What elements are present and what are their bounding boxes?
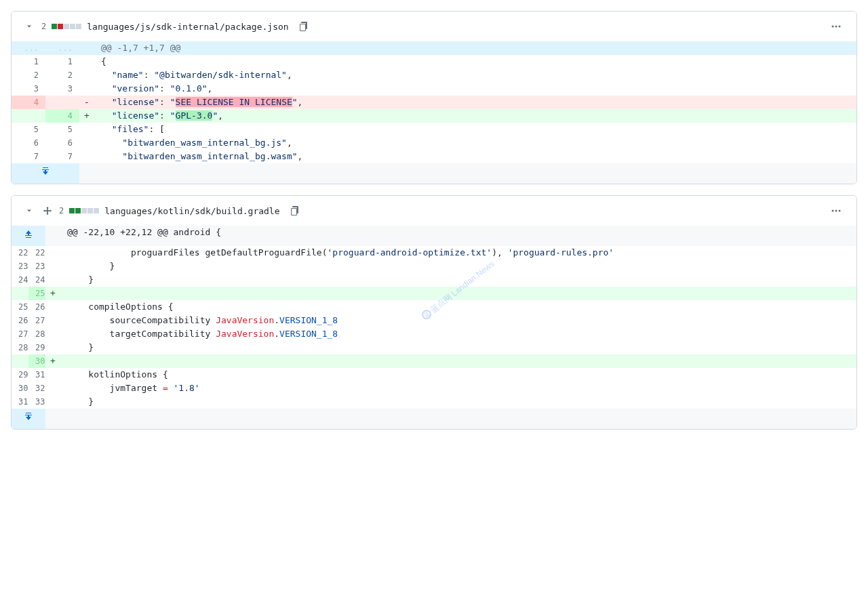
line-number-new[interactable]: 4 — [45, 109, 79, 123]
diff-marker — [79, 123, 94, 136]
expand-up-button[interactable] — [12, 226, 45, 246]
code-token: "0.1.0" — [170, 83, 208, 94]
line-number-new[interactable]: 22 — [28, 246, 45, 260]
code-token: sourceCompatibility — [67, 315, 216, 325]
diff-row-ctx: 2931 kotlinOptions { — [12, 368, 856, 382]
code-token: 'proguard-rules.pro' — [508, 247, 614, 258]
line-number-new[interactable]: 28 — [28, 327, 45, 341]
diff-table: ......@@ -1,7 +1,7 @@11{22 "name": "@bit… — [12, 41, 856, 184]
line-number-old[interactable]: 6 — [12, 136, 45, 150]
diffstat-block-add — [52, 24, 57, 29]
line-number-old[interactable]: 28 — [12, 341, 28, 354]
line-number-old[interactable]: 2 — [12, 68, 45, 82]
code-token: "files" — [112, 124, 149, 134]
diff-marker — [45, 382, 60, 395]
diffstat-block-add — [69, 208, 75, 213]
line-number-new[interactable]: 2 — [45, 68, 79, 82]
line-number-old[interactable]: 7 — [12, 150, 45, 163]
line-number-new[interactable] — [45, 96, 79, 109]
line-number-old[interactable]: 31 — [12, 395, 28, 409]
line-number-new[interactable]: 30 — [28, 354, 45, 368]
expand-down-icon — [12, 166, 79, 177]
copy-path-icon[interactable] — [294, 17, 313, 36]
diff-row-add: 30+ — [12, 354, 856, 368]
hunk-header: @@ -22,10 +22,12 @@ android { — [60, 226, 856, 246]
expand-up-row: @@ -22,10 +22,12 @@ android { — [12, 226, 856, 246]
line-number-new[interactable]: 3 — [45, 82, 79, 96]
line-number-old[interactable]: 22 — [12, 246, 28, 260]
code-content: } — [60, 341, 856, 354]
code-token: "bitwarden_wasm_internal_bg.js" — [122, 138, 287, 148]
diff-row-add: 4+ "license": "GPL-3.0", — [12, 109, 856, 123]
line-number-old[interactable]: 3 — [12, 82, 45, 96]
line-number-new[interactable]: 1 — [45, 55, 79, 68]
line-number-new[interactable]: 29 — [28, 341, 45, 354]
expand-down-button[interactable] — [12, 163, 79, 184]
line-number-old[interactable]: 30 — [12, 382, 28, 395]
line-number-new[interactable]: 23 — [28, 260, 45, 273]
diff-marker: - — [79, 96, 94, 109]
line-number-old[interactable] — [12, 109, 45, 123]
code-token: , — [287, 138, 292, 148]
line-number-new[interactable]: 31 — [28, 368, 45, 382]
line-number-old[interactable]: 23 — [12, 260, 28, 273]
code-token: "license" — [112, 110, 159, 121]
code-token: : — [144, 70, 155, 80]
diff-marker — [45, 368, 60, 382]
code-content — [60, 287, 856, 300]
code-token — [101, 83, 112, 94]
diff-marker — [45, 314, 60, 327]
diff-table: @@ -22,10 +22,12 @@ android {2222 progua… — [12, 226, 856, 429]
line-number-new[interactable]: 25 — [28, 287, 45, 300]
copy-path-icon[interactable] — [285, 201, 304, 220]
line-number-new[interactable]: 7 — [45, 150, 79, 163]
code-token: " — [170, 110, 176, 121]
line-number-new[interactable]: 32 — [28, 382, 45, 395]
line-number-old[interactable]: 26 — [12, 314, 28, 327]
code-content: jvmTarget = '1.8' — [60, 382, 856, 395]
line-number-old[interactable]: 1 — [12, 55, 45, 68]
line-number-new[interactable]: 24 — [28, 273, 45, 287]
line-number-new[interactable]: 26 — [28, 300, 45, 314]
diffstat-block-neu — [81, 208, 87, 213]
line-number-new[interactable]: 6 — [45, 136, 79, 150]
line-number-old[interactable] — [12, 354, 28, 368]
code-token: , — [287, 70, 292, 80]
file-menu-icon[interactable] — [827, 17, 846, 36]
diff-marker — [45, 246, 60, 260]
code-content: "files": [ — [94, 123, 856, 136]
file-path[interactable]: languages/kotlin/sdk/build.gradle — [104, 206, 279, 216]
line-number-old[interactable]: 27 — [12, 327, 28, 341]
line-number-new[interactable]: 5 — [45, 123, 79, 136]
diffstat-block-neu — [70, 24, 75, 29]
diff-row-add: 25+ — [12, 287, 856, 300]
move-handle-icon[interactable] — [41, 205, 54, 217]
diffstat-block-del — [58, 24, 63, 29]
code-content: "name": "@bitwarden/sdk-internal", — [94, 68, 856, 82]
collapse-icon[interactable] — [22, 204, 36, 218]
diff-row-ctx: 55 "files": [ — [12, 123, 856, 136]
code-content: "bitwarden_wasm_internal_bg.js", — [94, 136, 856, 150]
expand-down-button[interactable] — [12, 409, 45, 429]
line-number-old[interactable] — [12, 287, 28, 300]
line-number-old[interactable]: 25 — [12, 300, 28, 314]
code-token: "bitwarden_wasm_internal_bg.wasm" — [122, 151, 297, 161]
code-token: "version" — [112, 83, 159, 94]
code-content: } — [60, 273, 856, 287]
code-content: proguardFiles getDefaultProguardFile('pr… — [60, 246, 856, 260]
line-number-old[interactable]: 29 — [12, 368, 28, 382]
expand-up-icon — [12, 228, 45, 239]
line-number-old[interactable]: 4 — [12, 96, 45, 109]
code-token: JavaVersion — [216, 315, 274, 325]
line-number-new[interactable]: 33 — [28, 395, 45, 409]
file-path[interactable]: languages/js/sdk-internal/package.json — [87, 22, 288, 32]
line-number-new[interactable]: 27 — [28, 314, 45, 327]
collapse-icon[interactable] — [22, 20, 36, 33]
file-menu-icon[interactable] — [827, 201, 846, 220]
line-number-old[interactable]: 24 — [12, 273, 28, 287]
code-token: , — [298, 97, 303, 107]
diff-marker — [79, 68, 94, 82]
code-content: compileOptions { — [60, 300, 856, 314]
line-number-old[interactable]: 5 — [12, 123, 45, 136]
hunk-left: ... — [12, 41, 45, 55]
